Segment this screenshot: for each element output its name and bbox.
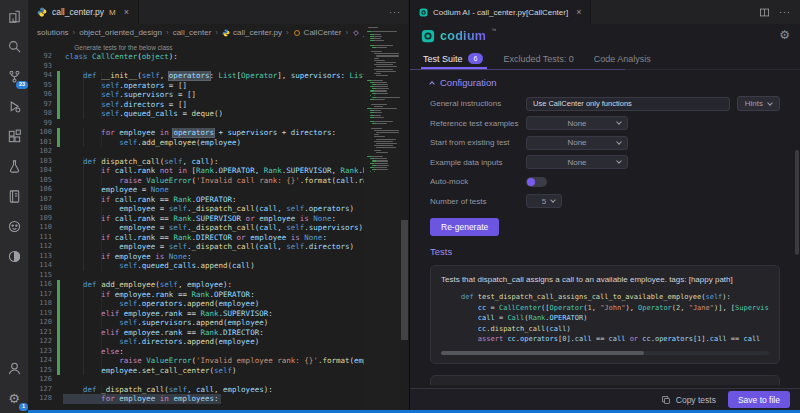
breadcrumb-class[interactable]: CallCenter xyxy=(293,28,342,37)
code-line[interactable]: 103 def dispatch_call(self, call): xyxy=(28,157,408,167)
code-line[interactable]: 102 xyxy=(28,147,408,157)
run-debug-icon[interactable] xyxy=(6,98,23,115)
copy-tests-button[interactable]: Copy tests xyxy=(661,395,716,405)
code-line[interactable]: 101 self.add_employee(employee) xyxy=(28,138,408,148)
code-line[interactable]: 112 employee = self._dispatch_call(call,… xyxy=(28,242,408,252)
code-area: Generate tests for the below class92clas… xyxy=(28,41,408,404)
settings-gear-icon[interactable]: ⚙ 1 xyxy=(6,390,23,407)
config-label: General instructions xyxy=(430,99,526,108)
save-to-file-button[interactable]: Save to file xyxy=(728,391,790,408)
auto-mock-toggle[interactable] xyxy=(526,177,547,187)
tab-excluded-tests[interactable]: Excluded Tests: 0 xyxy=(503,48,573,69)
account-icon[interactable] xyxy=(6,360,23,377)
code-line[interactable]: 104 if call.rank not in [Rank.OPERATOR, … xyxy=(28,166,408,176)
search-icon[interactable] xyxy=(6,38,23,55)
breadcrumb-solutions[interactable]: solutions xyxy=(37,28,69,37)
panel-more-icon[interactable]: ··· xyxy=(779,7,791,17)
configuration-header[interactable]: Configuration xyxy=(430,77,780,88)
code-line[interactable]: 116 def add_employee(self, employee): xyxy=(28,280,408,290)
code-line[interactable]: 94 def __init__(self, operators: List[Op… xyxy=(28,71,408,81)
codelens-link[interactable]: Generate tests for the below class xyxy=(60,43,408,53)
code-line[interactable]: 107 if call.rank == Rank.OPERATOR: xyxy=(28,195,408,205)
explorer-icon[interactable] xyxy=(6,8,23,25)
example-inputs-select[interactable]: None xyxy=(526,155,628,169)
code-line[interactable]: 95 self.operators = [] xyxy=(28,81,408,91)
general-instructions-input[interactable] xyxy=(526,97,730,111)
code-line[interactable]: 127 def _dispatch_call(self, call, emplo… xyxy=(28,385,408,395)
code-line[interactable]: 118 self.operators.append(employee) xyxy=(28,299,408,309)
testing-beaker-icon[interactable] xyxy=(6,158,23,175)
code-line[interactable]: 92class CallCenter(object): xyxy=(28,52,408,62)
code-line[interactable]: 96 self.supervisors = [] xyxy=(28,90,408,100)
config-label: Start from existing test xyxy=(430,138,526,147)
code-line[interactable]: 99 xyxy=(28,119,408,129)
minimap[interactable] xyxy=(364,24,400,410)
code-line[interactable]: 120 self.supervisors.append(employee) xyxy=(28,318,408,328)
tab-close-icon[interactable]: × xyxy=(124,7,129,17)
code-line[interactable]: 108 employee = self._dispatch_call(call,… xyxy=(28,204,408,214)
code-line[interactable]: 122 self.directors.append(employee) xyxy=(28,337,408,347)
code-line[interactable]: 109 if call.rank == Rank.SUPERVISOR or e… xyxy=(28,214,408,224)
code-line[interactable]: 97 self.directors = [] xyxy=(28,100,408,110)
extensions-icon[interactable] xyxy=(6,128,23,145)
split-editor-icon[interactable] xyxy=(759,7,770,18)
code-line[interactable]: 98 self.queued_calls = deque() xyxy=(28,109,408,119)
breadcrumb-file[interactable]: call_center.py xyxy=(222,28,282,37)
breadcrumb-separator: › xyxy=(73,28,76,37)
editor-scrollbar-thumb[interactable] xyxy=(401,220,408,340)
chevron-down-icon xyxy=(616,158,622,164)
tab-test-suite[interactable]: Test Suite 6 xyxy=(423,48,483,69)
code-line[interactable]: 123 else: xyxy=(28,347,408,357)
test-card: Tests that dispatch_call assigns a call … xyxy=(430,265,780,364)
line-number: 103 xyxy=(28,157,52,167)
breadcrumb-separator: › xyxy=(215,28,218,37)
breadcrumb-folder[interactable]: call_center xyxy=(173,28,212,37)
codium-logo-icon xyxy=(421,29,435,43)
breadcrumb-folder[interactable]: object_oriented_design xyxy=(79,28,162,37)
gutter xyxy=(57,62,60,72)
code-line[interactable]: 93 xyxy=(28,62,408,72)
tab-codium-ai[interactable]: Codium AI - call_center.py[CallCenter] × xyxy=(410,0,591,24)
code-line[interactable]: 111 if call.rank == Rank.DIRECTOR or emp… xyxy=(28,233,408,243)
code-line[interactable]: 106 employee = None xyxy=(28,185,408,195)
existing-test-select[interactable]: None xyxy=(526,136,628,150)
reference-tests-select[interactable]: None xyxy=(526,116,628,130)
line-number: 98 xyxy=(28,109,52,119)
code-line[interactable]: 113 if employee is None: xyxy=(28,252,408,262)
code-line[interactable]: 110 employee = self._dispatch_call(call,… xyxy=(28,223,408,233)
tab-code-analysis[interactable]: Code Analysis xyxy=(594,48,651,69)
code-line[interactable]: 114 self.queued_calls.append(call) xyxy=(28,261,408,271)
panel-scrollbar-thumb[interactable] xyxy=(795,150,799,255)
python-icon xyxy=(37,7,47,17)
editor-overflow-icon[interactable]: ··· xyxy=(389,7,401,17)
codium-extension-icon[interactable] xyxy=(6,218,23,235)
source-control-icon[interactable]: 23 xyxy=(6,68,23,85)
notebook-icon[interactable] xyxy=(6,188,23,205)
test-code-block[interactable]: def test_dispatch_call_assigns_call_to_a… xyxy=(441,292,769,345)
hints-button[interactable]: Hints xyxy=(737,96,780,111)
code-line[interactable]: 128 for employee in employees: xyxy=(28,394,408,404)
panel-tab-close-icon[interactable]: × xyxy=(576,7,581,17)
regenerate-button[interactable]: Re-generate xyxy=(430,218,499,236)
horizontal-scrollbar-thumb[interactable] xyxy=(441,351,644,355)
code-line[interactable]: 126 xyxy=(28,375,408,385)
line-number: 119 xyxy=(28,309,52,319)
code-line[interactable]: 117 if employee.rank == Rank.OPERATOR: xyxy=(28,290,408,300)
line-number: 117 xyxy=(28,290,52,300)
editor-group: call_center.py M × ··· solutions› object… xyxy=(28,0,408,410)
code-line[interactable]: 121 elif employee.rank == Rank.DIRECTOR: xyxy=(28,328,408,338)
code-line[interactable]: 125 employee.set_call_center(self) xyxy=(28,366,408,376)
tab-call-center-py[interactable]: call_center.py M × xyxy=(28,0,139,24)
code-line[interactable]: 124 raise ValueError('Invalid employee r… xyxy=(28,356,408,366)
line-number: 97 xyxy=(28,100,52,110)
codium-logo-icon xyxy=(419,8,428,17)
code-line[interactable]: 115 xyxy=(28,271,408,281)
line-number: 116 xyxy=(28,280,52,290)
chevron-down-icon xyxy=(616,139,622,145)
code-line[interactable]: 105 raise ValueError('Invalid call rank:… xyxy=(28,176,408,186)
contrast-icon[interactable] xyxy=(6,248,23,265)
number-of-tests-select[interactable]: 5 xyxy=(526,194,562,208)
panel-gear-icon[interactable]: ⚙ xyxy=(779,28,790,42)
code-line[interactable]: 100 for employee in operators + supervis… xyxy=(28,128,408,138)
code-line[interactable]: 119 elif employee.rank == Rank.SUPERVISO… xyxy=(28,309,408,319)
